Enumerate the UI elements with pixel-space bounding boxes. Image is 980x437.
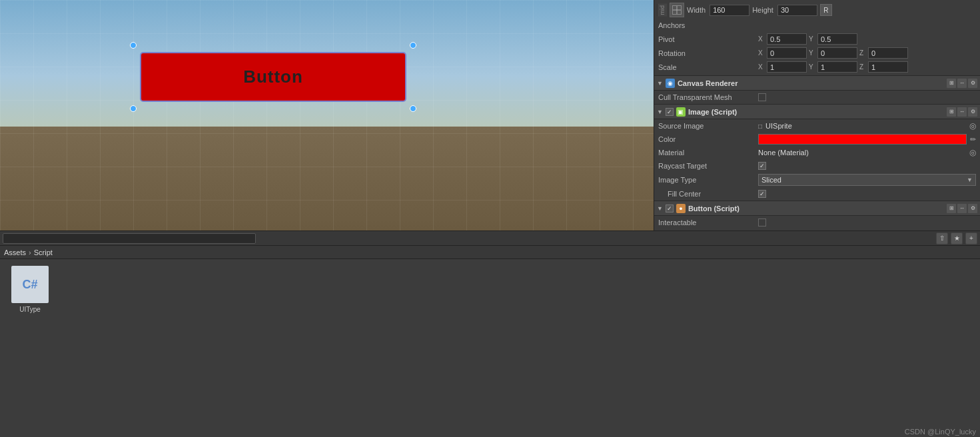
canvas-collapse-arrow[interactable]: ▼: [657, 80, 663, 87]
rotation-row: Rotation X Y Z: [654, 46, 980, 60]
pivot-x-label: X: [758, 35, 765, 43]
scale-y-input[interactable]: [817, 61, 857, 73]
assets-content: UIType: [0, 259, 980, 437]
cull-checkbox[interactable]: [758, 93, 766, 101]
image-type-value[interactable]: Sliced ▼: [758, 174, 976, 186]
rot-x-input[interactable]: [767, 47, 807, 59]
image-type-arrow: ▼: [967, 177, 973, 183]
raycast-value: [758, 162, 976, 170]
image-icon-btn1[interactable]: ⊞: [947, 107, 956, 117]
button-header-icons: ⊞ ↔ ⚙: [947, 204, 977, 213]
image-collapse-arrow[interactable]: ▼: [657, 109, 663, 115]
pivot-y-input[interactable]: [817, 33, 857, 45]
height-input[interactable]: [777, 5, 817, 16]
material-label: Material: [658, 149, 758, 157]
source-image-prefix: □: [758, 123, 762, 130]
image-type-dropdown[interactable]: Sliced ▼: [758, 174, 976, 186]
rot-y-input[interactable]: [817, 47, 857, 59]
source-image-value: □ UISprite ◎: [758, 121, 976, 131]
canvas-icon-btn2[interactable]: ↔: [957, 79, 967, 88]
color-label: Color: [658, 135, 758, 143]
asset-label: UIType: [19, 306, 41, 313]
toolbar-star-icon[interactable]: ★: [951, 232, 963, 244]
image-type-label: Image Type: [658, 176, 758, 184]
toolbar-add-icon[interactable]: +: [965, 232, 977, 244]
interactable-label: Interactable: [658, 218, 758, 226]
cull-label: Cull Transparent Mesh: [658, 93, 758, 101]
handle-top-right[interactable]: [410, 42, 416, 49]
r-button[interactable]: R: [820, 4, 832, 16]
fill-center-value: [758, 190, 976, 198]
breadcrumb: Assets › Script: [0, 246, 980, 259]
search-input[interactable]: [3, 233, 256, 244]
fill-center-row: Fill Center: [654, 187, 980, 201]
scale-x-input[interactable]: [767, 61, 807, 73]
width-label: Width: [687, 6, 706, 14]
image-type-row: Image Type Sliced ▼: [654, 173, 980, 187]
scene-grid: [0, 0, 654, 230]
raycast-checkbox[interactable]: [758, 162, 766, 170]
width-input[interactable]: [710, 5, 749, 16]
material-target[interactable]: ◎: [969, 148, 976, 157]
rot-z-label: Z: [859, 49, 866, 57]
canvas-icon-btn3[interactable]: ⚙: [968, 79, 977, 88]
handle-bottom-left[interactable]: [130, 105, 137, 112]
scene-view[interactable]: Button: [0, 0, 654, 230]
scene-button-frame: Button: [140, 52, 406, 102]
breadcrumb-child[interactable]: Script: [34, 248, 53, 256]
breadcrumb-separator: ›: [29, 248, 31, 256]
image-icon-btn2[interactable]: ↔: [957, 107, 967, 117]
fill-center-checkbox[interactable]: [758, 190, 766, 198]
scale-z-label: Z: [859, 63, 866, 71]
scale-row: Scale X Y Z: [654, 60, 980, 74]
pivot-x-input[interactable]: [767, 33, 807, 45]
source-image-label: Source Image: [658, 122, 758, 130]
anchors-label: Anchors: [658, 21, 758, 29]
button-collapse-arrow[interactable]: ▼: [657, 205, 663, 212]
color-pencil[interactable]: ✏: [970, 135, 976, 144]
source-image-target[interactable]: ◎: [969, 121, 976, 131]
button-icon-btn2[interactable]: ↔: [957, 204, 967, 213]
breadcrumb-root[interactable]: Assets: [4, 248, 26, 256]
mid-label: mid: [657, 4, 667, 17]
canvas-renderer-header: ▼ ◉ Canvas Renderer ⊞ ↔ ⚙: [654, 76, 980, 91]
interactable-value: [758, 218, 976, 226]
canvas-icon-btn1[interactable]: ⊞: [947, 79, 956, 88]
scale-z-input[interactable]: [868, 61, 908, 73]
source-image-text: UISprite: [765, 122, 966, 130]
pivot-value: X Y: [758, 33, 976, 45]
button-icon-btn1[interactable]: ⊞: [947, 204, 956, 213]
bottom-panel: ⇧ ★ + Assets › Script UIType: [0, 230, 980, 437]
button-enabled-checkbox[interactable]: [666, 205, 674, 213]
anchors-row: Anchors: [654, 19, 980, 32]
scale-value: X Y Z: [758, 61, 976, 73]
rotation-label: Rotation: [658, 49, 758, 57]
raycast-label: Raycast Target: [658, 162, 758, 170]
image-icon-btn3[interactable]: ⚙: [968, 107, 977, 117]
anchor-widget[interactable]: [670, 3, 684, 17]
color-row: Color ✏: [654, 133, 980, 146]
scale-x-label: X: [758, 63, 765, 71]
button-script-label: Button (Script): [688, 205, 944, 213]
source-image-row: Source Image □ UISprite ◎: [654, 119, 980, 133]
rect-transform-top: mid Width Height R Anchors Pivot X: [654, 0, 980, 76]
pivot-y-label: Y: [809, 35, 815, 43]
button-icon-btn3[interactable]: ⚙: [968, 204, 977, 213]
list-item[interactable]: UIType: [7, 266, 53, 313]
color-swatch-red[interactable]: [758, 134, 967, 145]
button-script-section: ▼ ● Button (Script) ⊞ ↔ ⚙ Interactable T…: [654, 201, 980, 230]
inspector-panel: mid Width Height R Anchors Pivot X: [654, 0, 980, 230]
height-label: Height: [752, 6, 773, 14]
toolbar-share-icon[interactable]: ⇧: [936, 232, 948, 244]
handle-top-left[interactable]: [130, 42, 137, 49]
rot-z-input[interactable]: [868, 47, 908, 59]
button-script-header: ▼ ● Button (Script) ⊞ ↔ ⚙: [654, 201, 980, 216]
material-value: None (Material) ◎: [758, 148, 976, 157]
image-enabled-checkbox[interactable]: [666, 108, 674, 116]
image-icon: ▣: [676, 107, 686, 117]
bottom-toolbar-right: ⇧ ★ +: [936, 232, 977, 244]
interactable-checkbox[interactable]: [758, 218, 766, 226]
handle-bottom-right[interactable]: [410, 105, 416, 112]
raycast-row: Raycast Target: [654, 159, 980, 173]
pivot-label: Pivot: [658, 35, 758, 43]
